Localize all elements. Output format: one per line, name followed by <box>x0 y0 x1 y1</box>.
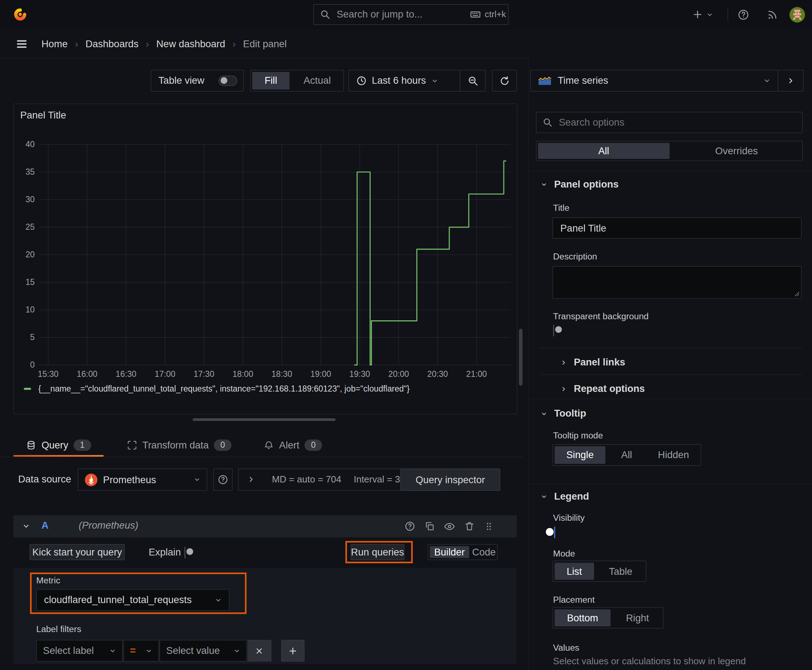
tooltip-mode-all[interactable]: All <box>607 445 646 465</box>
svg-text:17:30: 17:30 <box>194 369 214 379</box>
metric-select[interactable]: cloudflared_tunnel_total_requests <box>36 589 229 611</box>
query-help-icon[interactable] <box>405 521 415 531</box>
time-range-control: Last 6 hours <box>348 70 485 91</box>
breadcrumb: Home › Dashboards › New dashboard › Edit… <box>42 29 287 58</box>
chart-legend: {__name__="cloudflared_tunnel_total_requ… <box>24 384 410 393</box>
refresh-icon <box>499 75 510 86</box>
legend-series-label[interactable]: {__name__="cloudflared_tunnel_total_requ… <box>38 384 410 393</box>
operator-dropdown[interactable]: = <box>123 640 159 662</box>
legend-visibility-toggle[interactable] <box>554 526 555 538</box>
panel-links-label: Panel links <box>574 357 626 368</box>
transparent-background-label: Transparent background <box>553 312 649 322</box>
avatar[interactable] <box>789 7 805 23</box>
all-overrides-tabs: All Overrides <box>536 140 803 161</box>
datasource-help-button[interactable] <box>214 469 233 491</box>
svg-text:30: 30 <box>25 195 35 204</box>
query-inspector-button[interactable]: Query inspector <box>400 469 500 491</box>
query-row-header[interactable]: A (Prometheus) <box>14 515 517 537</box>
panel-title-field[interactable] <box>553 218 802 239</box>
fill-actual-switch: Fill Actual <box>250 70 344 91</box>
delete-query-trash-icon[interactable] <box>464 521 475 531</box>
clock-icon <box>356 76 367 86</box>
tooltip-mode-hidden[interactable]: Hidden <box>646 445 701 465</box>
help-icon[interactable] <box>737 9 749 21</box>
actual-option[interactable]: Actual <box>291 71 343 91</box>
visualization-picker[interactable]: Time series <box>530 70 778 91</box>
breadcrumb-separator: › <box>232 38 236 49</box>
chevron-right-icon <box>560 386 567 392</box>
datasource-picker[interactable]: Prometheus <box>78 469 207 491</box>
explain-toggle[interactable] <box>185 546 185 558</box>
section-border <box>529 484 812 484</box>
breadcrumb-edit-panel: Edit panel <box>243 38 287 49</box>
duplicate-query-icon[interactable] <box>424 521 435 531</box>
legend-mode-label: Mode <box>553 549 575 559</box>
breadcrumb-dashboards[interactable]: Dashboards <box>86 38 139 49</box>
svg-text:25: 25 <box>25 222 35 232</box>
time-range-picker[interactable]: Last 6 hours <box>349 75 460 86</box>
description-field[interactable] <box>553 266 802 298</box>
explain-label: Explain <box>149 546 181 558</box>
svg-text:20: 20 <box>25 250 35 259</box>
builder-code-switch: Builder Code <box>428 544 498 560</box>
collapse-sidebar-button[interactable] <box>778 70 804 91</box>
toggle-visibility-eye-icon[interactable] <box>444 520 455 532</box>
svg-text:17:00: 17:00 <box>155 369 175 379</box>
news-rss-icon[interactable] <box>766 9 778 21</box>
panel-links-section[interactable]: Panel links <box>560 350 625 374</box>
legend-mode-list[interactable]: List <box>554 563 594 580</box>
legend-placement-bottom[interactable]: Bottom <box>554 609 610 626</box>
global-search[interactable]: ctrl+k <box>313 4 509 25</box>
legend-mode-table[interactable]: Table <box>595 561 646 581</box>
drag-handle-grip-icon[interactable] <box>484 521 494 531</box>
repeat-options-section[interactable]: Repeat options <box>560 377 645 401</box>
tab-query[interactable]: Query 1 <box>14 434 104 457</box>
legend-section-header[interactable]: Legend <box>541 491 589 502</box>
add-filter-button[interactable] <box>281 640 304 662</box>
tab-alert[interactable]: Alert 0 <box>255 434 331 457</box>
panel-options-section-header[interactable]: Panel options <box>541 179 619 190</box>
description-textarea[interactable] <box>553 267 801 298</box>
builder-option[interactable]: Builder <box>430 546 470 558</box>
time-series-chart[interactable]: 051015202530354015:3016:0016:3017:0017:3… <box>14 104 516 413</box>
tooltip-section-header[interactable]: Tooltip <box>541 408 586 420</box>
remove-filter-button[interactable] <box>247 640 271 662</box>
tab-all[interactable]: All <box>538 143 670 159</box>
tooltip-mode-single[interactable]: Single <box>554 446 605 464</box>
prometheus-icon <box>85 473 98 486</box>
tooltip-mode-switch: Single All Hidden <box>553 444 701 466</box>
grafana-logo-icon[interactable] <box>12 7 28 22</box>
breadcrumb-new-dashboard[interactable]: New dashboard <box>156 38 225 49</box>
panel-title-input[interactable] <box>559 222 795 234</box>
tab-query-count: 1 <box>73 440 91 451</box>
fill-option[interactable]: Fill <box>252 72 289 90</box>
kick-start-query-button[interactable]: Kick start your query <box>29 544 125 560</box>
panel-resize-handle[interactable] <box>193 418 336 421</box>
run-queries-button[interactable]: Run queries <box>351 544 404 560</box>
main-scrollbar[interactable] <box>519 328 522 386</box>
code-option[interactable]: Code <box>471 545 497 560</box>
zoom-out-button[interactable] <box>460 71 485 91</box>
chart-panel[interactable]: Panel Title 051015202530354015:3016:0016… <box>14 103 517 414</box>
select-value-dropdown[interactable]: Select value <box>160 640 247 662</box>
plus-icon <box>288 646 298 655</box>
search-options-input[interactable] <box>558 116 796 129</box>
transparent-background-toggle[interactable] <box>553 325 554 337</box>
chevron-down-icon <box>109 648 116 654</box>
svg-text:20:00: 20:00 <box>388 369 409 379</box>
global-search-input[interactable] <box>336 8 464 21</box>
tab-transform-count: 0 <box>214 440 231 451</box>
refresh-button[interactable] <box>492 70 517 91</box>
divider <box>541 348 802 348</box>
collapse-query-chevron-down-icon[interactable] <box>22 522 30 530</box>
breadcrumb-home[interactable]: Home <box>42 38 68 49</box>
table-view-toggle[interactable] <box>219 76 237 86</box>
select-label-dropdown[interactable]: Select label <box>36 640 123 662</box>
search-options-box[interactable] <box>536 112 803 133</box>
new-menu-button[interactable] <box>692 9 713 20</box>
resize-handle-icon[interactable] <box>795 291 800 296</box>
hamburger-menu-icon[interactable] <box>15 38 28 51</box>
legend-placement-right[interactable]: Right <box>612 608 663 628</box>
tab-transform-data[interactable]: Transform data 0 <box>117 434 241 457</box>
tab-overrides[interactable]: Overrides <box>671 141 802 161</box>
